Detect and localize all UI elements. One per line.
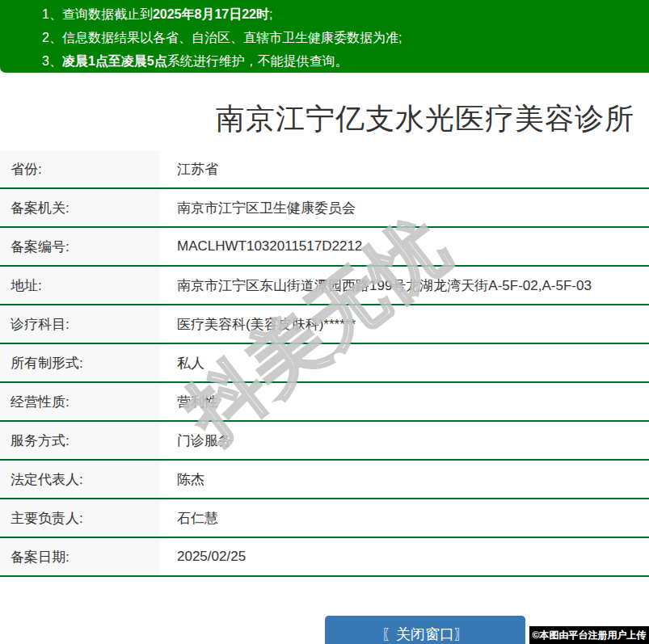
row-label: 主要负责人: xyxy=(0,499,160,537)
notice-text-after: ; xyxy=(269,7,272,21)
row-value: 南京市江宁区卫生健康委员会 xyxy=(160,189,356,226)
row-label: 地址: xyxy=(0,267,160,304)
row-value: 门诊服务 xyxy=(160,422,232,459)
table-row: 服务方式: 门诊服务 xyxy=(0,422,649,461)
table-row: 所有制形式: 私人 xyxy=(0,344,649,383)
row-value: 医疗美容科(美容皮肤科)****** xyxy=(160,305,356,343)
info-table: 省份: 江苏省 备案机关: 南京市江宁区卫生健康委员会 备案编号: MACLHW… xyxy=(0,150,649,577)
close-window-button[interactable]: 〖关闭窗口〗 xyxy=(325,616,525,644)
row-value: 南京市江宁区东山街道潭园西路199号龙湖龙湾天街A-5F-02,A-5F-03 xyxy=(160,267,592,304)
row-label: 省份: xyxy=(0,150,160,187)
notice-bar: 1、查询数据截止到2025年8月17日22时; 2、信息数据结果以各省、自治区、… xyxy=(0,0,649,73)
table-row: 备案编号: MACLHWT1032011517D2212 xyxy=(0,228,649,267)
row-label: 备案日期: xyxy=(0,538,160,575)
row-label: 法定代表人: xyxy=(0,461,160,498)
row-label: 诊疗科目: xyxy=(0,305,160,343)
row-label: 备案机关: xyxy=(0,189,160,226)
row-label: 备案编号: xyxy=(0,228,160,265)
table-row: 地址: 南京市江宁区东山街道潭园西路199号龙湖龙湾天街A-5F-02,A-5F… xyxy=(0,267,649,305)
table-row: 经营性质: 营利性 xyxy=(0,383,649,422)
table-row: 主要负责人: 石仁慧 xyxy=(0,499,649,538)
table-row: 法定代表人: 陈杰 xyxy=(0,461,649,499)
notice-bold-text: 2025年8月17日22时 xyxy=(153,7,269,21)
notice-text: 3、 xyxy=(42,54,62,68)
notice-text-after: 系统进行维护，不能提供查询。 xyxy=(167,54,348,68)
row-label: 经营性质: xyxy=(0,383,160,420)
page-title: 南京江宁亿支水光医疗美容诊所 xyxy=(0,100,649,137)
uploader-stamp: ©本图由平台注册用户上传 xyxy=(529,626,649,644)
row-value: 陈杰 xyxy=(160,461,204,498)
registration-detail-page: 1、查询数据截止到2025年8月17日22时; 2、信息数据结果以各省、自治区、… xyxy=(0,0,649,644)
row-value: 2025/02/25 xyxy=(160,538,246,575)
notice-line: 3、凌晨1点至凌晨5点系统进行维护，不能提供查询。 xyxy=(42,49,649,73)
table-row: 备案机关: 南京市江宁区卫生健康委员会 xyxy=(0,189,649,228)
table-row: 诊疗科目: 医疗美容科(美容皮肤科)****** xyxy=(0,305,649,344)
row-value: MACLHWT1032011517D2212 xyxy=(160,228,362,265)
table-row: 备案日期: 2025/02/25 xyxy=(0,538,649,577)
row-label: 所有制形式: xyxy=(0,344,160,381)
notice-line: 1、查询数据截止到2025年8月17日22时; xyxy=(42,2,649,26)
notice-text: 2、信息数据结果以各省、自治区、直辖市卫生健康委数据为准; xyxy=(42,31,402,44)
notice-text: 1、查询数据截止到 xyxy=(42,7,153,21)
table-row: 省份: 江苏省 xyxy=(0,150,649,189)
row-value: 江苏省 xyxy=(160,150,218,187)
row-value: 私人 xyxy=(160,344,204,381)
notice-line: 2、信息数据结果以各省、自治区、直辖市卫生健康委数据为准; xyxy=(42,26,649,49)
row-label: 服务方式: xyxy=(0,422,160,459)
notice-bold-text: 凌晨1点至凌晨5点 xyxy=(62,54,167,68)
row-value: 营利性 xyxy=(160,383,218,420)
row-value: 石仁慧 xyxy=(160,499,218,537)
